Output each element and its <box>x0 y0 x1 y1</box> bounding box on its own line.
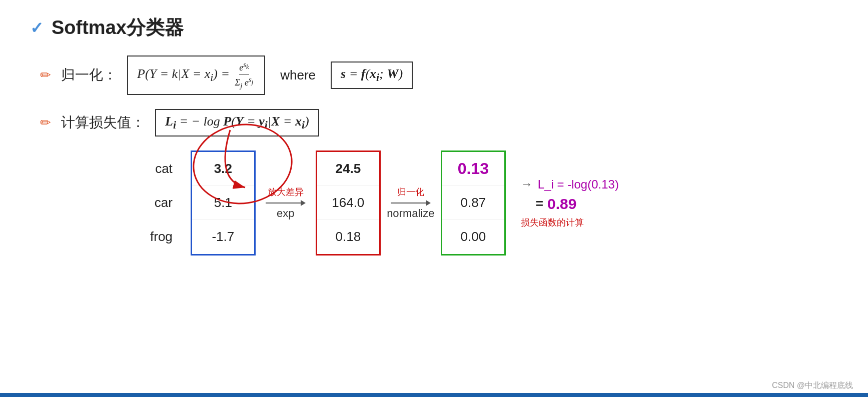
loss-formula-math: Li = − log P(Y = yi|X = xi) <box>165 114 309 132</box>
exp-box: 24.5 164.0 0.18 <box>316 150 381 256</box>
score-frog: -1.7 <box>192 220 254 254</box>
class-label-frog: frog <box>150 220 181 254</box>
exp-car: 164.0 <box>317 186 379 220</box>
s-formula-math: s = f(xi; W) <box>341 66 403 84</box>
class-labels: cat car frog <box>150 152 181 254</box>
score-car: 5.1 <box>192 186 254 220</box>
where-text: where <box>280 68 316 83</box>
exp-arrow <box>266 200 306 206</box>
pencil-icon-1: ✏ <box>40 68 51 83</box>
score-cat: 3.2 <box>192 152 254 186</box>
normalize-label-bottom: normalize <box>387 207 434 220</box>
formula-row-1: ✏ 归一化： P(Y = k|X = xi) = esk Σj esj wher… <box>40 56 838 95</box>
page-container: ✓ Softmax分类器 ✏ 归一化： P(Y = k|X = xi) = es… <box>0 0 868 397</box>
prob-car: 0.87 <box>442 186 504 220</box>
arrow-exp-group: 放大差异 exp <box>256 152 316 254</box>
loss-value: 0.89 <box>547 196 576 212</box>
formula-row-2: ✏ 计算损失值： Li = − log P(Y = yi|X = xi) <box>40 109 838 136</box>
loss-label: 计算损失值： <box>61 113 145 132</box>
arrow-normalize-group: 归一化 normalize <box>381 152 441 254</box>
watermark: CSDN @中北编程底线 <box>772 380 853 391</box>
scores-box: 3.2 5.1 -1.7 <box>191 150 256 256</box>
exp-label-top: 放大差异 <box>268 186 304 198</box>
loss-value-row: = 0.89 <box>536 196 577 212</box>
loss-note: 损失函数的计算 <box>521 216 584 228</box>
check-icon: ✓ <box>30 18 44 38</box>
title-row: ✓ Softmax分类器 <box>30 15 838 40</box>
s-formula-box: s = f(xi; W) <box>331 62 413 89</box>
page-title: Softmax分类器 <box>52 15 184 40</box>
exp-frog: 0.18 <box>317 220 379 254</box>
bottom-bar <box>0 393 868 397</box>
prob-frog: 0.00 <box>442 220 504 254</box>
normalize-label-top: 归一化 <box>397 186 424 198</box>
normalize-formula-math: P(Y = k|X = xi) = esk Σj esj <box>137 60 255 90</box>
prob-box: 0.13 0.87 0.00 <box>441 150 506 256</box>
normalize-formula-box: P(Y = k|X = xi) = esk Σj esj <box>127 56 265 95</box>
pencil-icon-2: ✏ <box>40 115 51 130</box>
result-arrow: → <box>521 178 533 191</box>
normalize-label: 归一化： <box>61 66 117 84</box>
loss-equals: = <box>536 196 543 212</box>
class-label-car: car <box>150 186 181 220</box>
loss-line1: → L_i = -log(0.13) <box>521 178 619 192</box>
formula-section: ✏ 归一化： P(Y = k|X = xi) = esk Σj esj wher… <box>40 56 838 136</box>
loss-result-group: → L_i = -log(0.13) = 0.89 损失函数的计算 <box>521 152 619 254</box>
prob-cat: 0.13 <box>442 152 504 186</box>
data-section: cat car frog 3.2 5.1 -1.7 放大差异 exp 24.5 … <box>150 150 838 256</box>
class-label-cat: cat <box>150 152 181 186</box>
exp-cat: 24.5 <box>317 152 379 186</box>
normalize-arrow <box>391 200 431 206</box>
loss-formula-text: L_i = -log(0.13) <box>538 178 619 192</box>
exp-label-bottom: exp <box>277 207 294 220</box>
loss-formula-box: Li = − log P(Y = yi|X = xi) <box>155 109 319 136</box>
